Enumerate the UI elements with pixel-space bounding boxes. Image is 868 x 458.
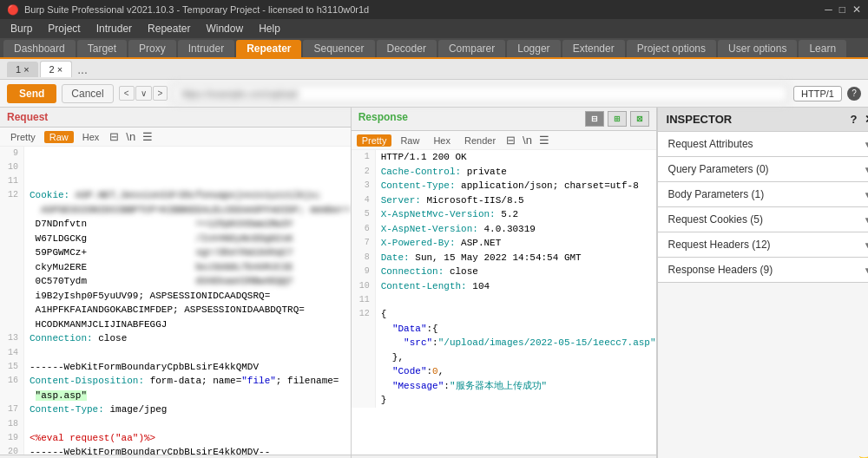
inspector-section-request-attributes: Request Attributes ▼ [658,132,868,157]
repeater-tab-2[interactable]: 2 × [40,61,73,77]
view-single-icon[interactable]: ⊠ [630,111,649,127]
tab-sequencer[interactable]: Sequencer [303,40,374,57]
menu-window[interactable]: Window [199,21,250,36]
request-tab-raw[interactable]: Raw [44,131,74,143]
repeater-tab-1[interactable]: 1 × [7,62,38,77]
tab-proxy[interactable]: Proxy [128,40,176,57]
response-format-icon-2[interactable]: \n [521,134,534,147]
chevron-down-icon: ▼ [864,215,868,225]
response-format-tabs: Pretty Raw Hex Render ⊟ \n ☰ [352,131,656,150]
toolbar: Send Cancel < ∨ > HTTP/1 ? [0,80,868,108]
inspector-section-query-params-header[interactable]: Query Parameters (0) ▼ [658,157,868,181]
menu-repeater[interactable]: Repeater [141,21,197,36]
main-tab-bar: Dashboard Target Proxy Intruder Repeater… [0,38,868,59]
tab-logger[interactable]: Logger [507,40,560,57]
menu-bar: Burp Project Intruder Repeater Window He… [0,19,868,38]
inspector-help-icon[interactable]: ? [851,113,858,126]
repeater-tab-more[interactable]: ... [74,62,91,76]
title-bar-text: Burp Suite Professional v2021.10.3 - Tem… [24,4,369,15]
request-format-icon-2[interactable]: \n [124,130,137,143]
tab-intruder[interactable]: Intruder [178,40,234,57]
inspector-section-request-cookies: Request Cookies (5) ▼ [658,207,868,232]
inspector-section-request-attributes-header[interactable]: Request Attributes ▼ [658,132,868,156]
app-icon: 🔴 [7,4,19,16]
chevron-down-icon: ▼ [864,240,868,250]
response-tab-render[interactable]: Render [459,134,501,147]
title-bar: 🔴 Burp Suite Professional v2021.10.3 - T… [0,0,868,19]
response-pane: Response ⊟ ⊞ ⊠ Pretty Raw Hex Render ⊟ \… [352,108,657,458]
inspector-section-query-params: Query Parameters (0) ▼ [658,157,868,182]
inspector-pane: INSPECTOR ? ✕ Request Attributes ▼ Query… [657,108,868,458]
menu-help[interactable]: Help [252,21,287,36]
inspector-title: INSPECTOR [667,113,733,126]
request-tab-pretty[interactable]: Pretty [5,131,41,143]
inspector-section-body-params: Body Parameters (1) ▼ [658,182,868,207]
response-tab-hex[interactable]: Hex [428,134,456,147]
response-search-bar: ⚙ ← → 0 matches [352,455,656,458]
tab-learn[interactable]: Learn [799,40,846,57]
menu-project[interactable]: Project [41,21,87,36]
inspector-section-request-headers-header[interactable]: Request Headers (12) ▼ [658,232,868,257]
request-pane: Request Pretty Raw Hex ⊟ \n ☰ 9 10 11 12… [0,108,352,458]
url-input[interactable] [173,84,788,103]
request-tab-hex[interactable]: Hex [77,131,105,143]
request-search-bar: ⚙ ← → 0 matches [0,455,351,458]
repeater-tab-bar: 1 × 2 × ... [0,59,868,80]
inspector-close-icon[interactable]: ✕ [865,113,868,126]
tab-project-options[interactable]: Project options [627,40,716,57]
request-pane-header: Request [0,108,351,128]
menu-intruder[interactable]: Intruder [89,21,139,36]
close-button[interactable]: ✕ [852,3,861,16]
inspector-section-request-cookies-header[interactable]: Request Cookies (5) ▼ [658,207,868,232]
minimize-button[interactable]: ─ [825,3,832,16]
inspector-section-response-headers-header[interactable]: Response Headers (9) ▼ [658,258,868,282]
tab-comparer[interactable]: Comparer [438,40,505,57]
tab-repeater[interactable]: Repeater [236,40,301,57]
chevron-down-icon: ▼ [864,165,868,174]
nav-forward-button[interactable]: > [153,86,168,101]
inspector-header: INSPECTOR ? ✕ [658,108,868,132]
main-content: Request Pretty Raw Hex ⊟ \n ☰ 9 10 11 12… [0,108,868,458]
menu-burp[interactable]: Burp [3,21,39,36]
inspector-section-response-headers: Response Headers (9) ▼ [658,258,868,283]
response-code-area[interactable]: 1HTTP/1.1 200 OK 2Cache-Control: private… [352,150,656,455]
chevron-down-icon: ▼ [864,265,868,275]
response-tab-pretty[interactable]: Pretty [357,134,392,147]
chevron-down-icon: ▼ [864,190,868,200]
response-format-icon-1[interactable]: ⊟ [504,134,517,147]
nav-back-button[interactable]: < [119,86,135,101]
view-horizontal-icon[interactable]: ⊞ [608,111,627,127]
tab-user-options[interactable]: User options [718,40,797,57]
response-pane-header: Response ⊟ ⊞ ⊠ [352,108,656,131]
tab-extender[interactable]: Extender [562,40,625,57]
maximize-button[interactable]: □ [839,3,845,16]
response-format-icon-3[interactable]: ☰ [537,134,551,147]
request-format-tabs: Pretty Raw Hex ⊟ \n ☰ [0,128,351,147]
send-button[interactable]: Send [7,84,56,103]
tab-decoder[interactable]: Decoder [377,40,437,57]
request-format-icon-1[interactable]: ⊟ [108,130,121,143]
inspector-section-request-headers: Request Headers (12) ▼ [658,232,868,258]
request-code-area[interactable]: 9 10 11 12Cookie: ASP.NET_SessionId=35cf… [0,147,351,455]
request-format-icon-3[interactable]: ☰ [141,130,155,143]
cancel-button[interactable]: Cancel [62,84,113,103]
chevron-down-icon: ▼ [864,140,868,149]
tab-dashboard[interactable]: Dashboard [3,40,76,57]
view-split-icon[interactable]: ⊟ [585,111,604,127]
response-tab-raw[interactable]: Raw [395,134,424,147]
help-button[interactable]: ? [847,87,861,101]
nav-dropdown-button[interactable]: ∨ [135,86,152,101]
inspector-section-body-params-header[interactable]: Body Parameters (1) ▼ [658,182,868,206]
http-version-badge: HTTP/1 [793,86,842,101]
tab-target[interactable]: Target [77,40,127,57]
